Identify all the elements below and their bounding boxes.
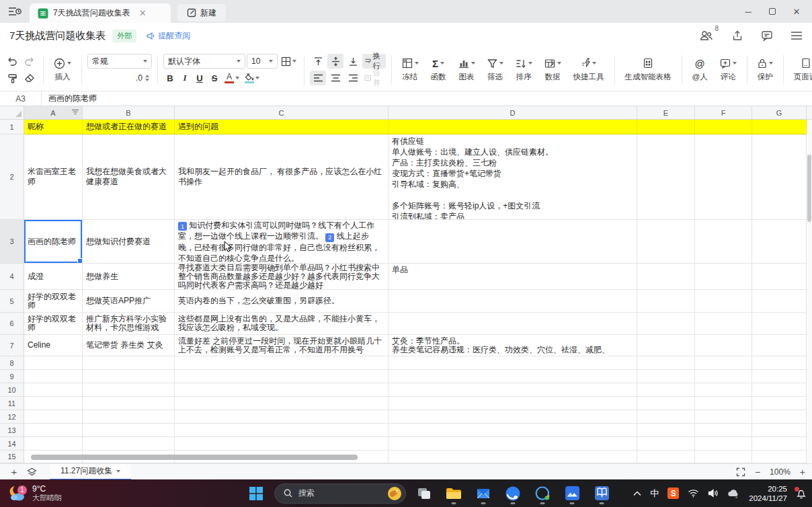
cell-c1[interactable]: 遇到的问题	[175, 120, 389, 134]
cell[interactable]	[752, 410, 807, 424]
wrap-text-button[interactable]: 换行	[362, 54, 386, 69]
freeze-button[interactable]: 冻结	[397, 54, 423, 85]
wifi-icon[interactable]	[688, 489, 699, 498]
row-header[interactable]: 12	[0, 410, 24, 424]
cell[interactable]	[24, 370, 83, 383]
cell[interactable]	[637, 335, 695, 356]
cell[interactable]	[752, 264, 807, 290]
cell-d4[interactable]: 单品	[389, 264, 637, 290]
cell[interactable]	[752, 397, 807, 410]
align-middle-button[interactable]	[327, 54, 343, 69]
cell-b2[interactable]: 我想在想做美食或者大健康赛道	[83, 134, 175, 220]
cell[interactable]	[637, 313, 695, 335]
cell[interactable]	[752, 356, 807, 370]
filter-button[interactable]: 筛选	[483, 54, 508, 85]
align-bottom-button[interactable]	[345, 54, 361, 69]
cell[interactable]	[695, 424, 752, 437]
cell[interactable]	[83, 397, 175, 410]
cell[interactable]	[752, 134, 807, 220]
cloud-sync-icon[interactable]	[727, 489, 740, 498]
cell[interactable]	[83, 383, 175, 397]
row-header[interactable]: 3	[0, 220, 24, 264]
share-button[interactable]	[731, 30, 743, 42]
cell[interactable]	[24, 383, 83, 397]
cell[interactable]	[389, 410, 637, 424]
cell[interactable]	[752, 383, 807, 397]
cell[interactable]	[752, 451, 807, 463]
cell[interactable]	[175, 424, 389, 437]
row-header[interactable]: 4	[0, 264, 24, 290]
format-painter-button[interactable]	[4, 71, 20, 85]
cell[interactable]	[389, 424, 637, 437]
row-header[interactable]: 2	[0, 134, 24, 220]
cell-a2[interactable]: 米雷画室王老师	[24, 134, 83, 220]
number-format-select[interactable]: 常规	[87, 54, 152, 69]
cell-b5[interactable]: 想做英语APP推广	[83, 290, 175, 313]
zoom-out-button[interactable]: −	[755, 467, 760, 477]
undo-button[interactable]	[4, 54, 20, 69]
cell-b7[interactable]: 笔记带货 养生类 艾灸	[83, 335, 175, 356]
cell[interactable]	[83, 437, 175, 451]
cell[interactable]	[389, 120, 637, 134]
comments-button[interactable]	[761, 30, 773, 42]
tab-close-icon[interactable]: ✕	[139, 8, 147, 18]
comment-button[interactable]: 评论	[715, 54, 741, 85]
fill-color-button[interactable]	[243, 71, 261, 85]
cell[interactable]	[752, 370, 807, 383]
row-header[interactable]: 15	[0, 451, 24, 463]
sheet-list-button[interactable]	[23, 465, 40, 479]
row-header[interactable]: 14	[0, 437, 24, 451]
column-header-d[interactable]: D	[389, 106, 637, 119]
photos-app-button[interactable]	[561, 482, 583, 505]
cell-c3[interactable]: 1 知识付费和实体引流可以同时做吗？线下有个人工作室，想一边做个线上课程一边顺带…	[175, 220, 389, 264]
mail-button[interactable]	[472, 482, 495, 505]
row-header[interactable]: 9	[0, 370, 24, 383]
name-box[interactable]: A3	[0, 91, 42, 106]
cell[interactable]	[695, 356, 752, 370]
cell[interactable]	[695, 220, 752, 264]
cell[interactable]	[175, 356, 389, 370]
cell[interactable]	[24, 410, 83, 424]
strikethrough-button[interactable]: S	[208, 71, 221, 85]
cell[interactable]	[389, 220, 637, 264]
column-header-e[interactable]: E	[637, 106, 695, 119]
data-button[interactable]: 数据	[540, 54, 566, 85]
tab-list-button[interactable]	[0, 0, 30, 23]
cell[interactable]	[695, 264, 752, 290]
align-left-button[interactable]	[310, 71, 326, 85]
cell[interactable]	[24, 424, 83, 437]
add-sheet-button[interactable]: +	[5, 465, 23, 479]
column-header-c[interactable]: C	[175, 106, 389, 119]
cell-b4[interactable]: 想做养生	[83, 264, 175, 290]
cell[interactable]	[752, 437, 807, 451]
cell[interactable]	[695, 335, 752, 356]
cell[interactable]	[637, 437, 695, 451]
cell[interactable]	[175, 410, 389, 424]
browser-button[interactable]	[501, 482, 524, 505]
cell-c4[interactable]: 寻找赛道大类目后需要明确到单个单品吗？小红书搜索中整个销售商品数量越多还是越少好…	[175, 264, 389, 290]
cell-d2[interactable]: 有供应链 单人做账号：出境、建立人设、供应链素材。 产品：主打卖抗炎粉、三七粉 …	[389, 134, 637, 220]
cell-a3-selected[interactable]: 画画的陈老师	[24, 220, 83, 264]
cell[interactable]	[83, 410, 175, 424]
volume-icon[interactable]	[708, 489, 719, 498]
cell-c2[interactable]: 我和朋友一起开的食品厂， 有很多产品，应该怎么在小红书操作	[175, 134, 389, 220]
cell[interactable]	[695, 313, 752, 335]
select-all-corner[interactable]	[0, 106, 24, 119]
cell[interactable]	[637, 451, 695, 463]
notifications-button[interactable]	[796, 488, 807, 499]
column-header-b[interactable]: B	[83, 106, 175, 119]
cell[interactable]	[389, 383, 637, 397]
cell[interactable]	[695, 397, 752, 410]
cell[interactable]	[695, 290, 752, 313]
row-header[interactable]: 6	[0, 313, 24, 335]
align-center-button[interactable]	[327, 71, 343, 85]
chat-app-button[interactable]	[531, 482, 554, 505]
column-header-f[interactable]: F	[695, 106, 752, 119]
stepper-arrows-icon[interactable]	[145, 75, 149, 81]
cell[interactable]	[695, 134, 752, 220]
insert-button[interactable]: 插入	[49, 54, 76, 85]
cell[interactable]	[24, 437, 83, 451]
cell[interactable]	[389, 451, 637, 463]
horizontal-scrollbar[interactable]	[31, 455, 358, 460]
italic-button[interactable]: I	[178, 71, 192, 85]
